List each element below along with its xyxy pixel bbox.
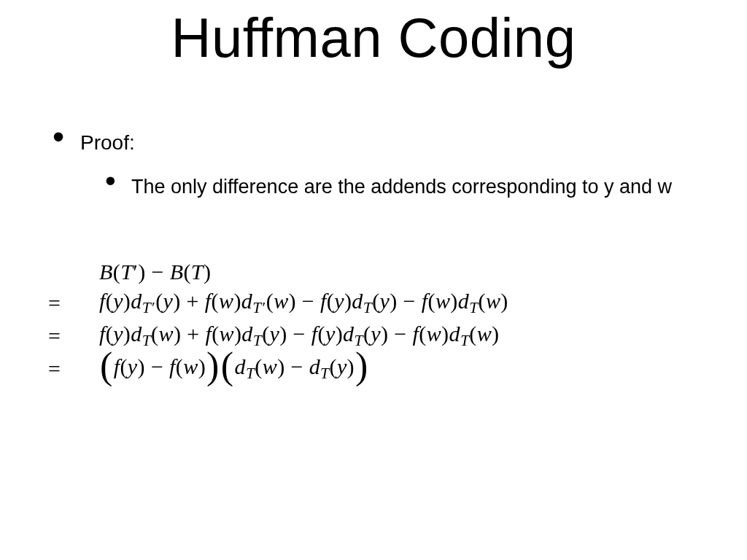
equation-line-2: = f(y)dT′(y) + f(w)dT′(w) − f(y)dT(y) − … (44, 289, 721, 317)
equation-line-3: = f(y)dT(w) + f(w)dT(y) − f(y)dT(y) − f(… (44, 322, 721, 350)
eq-lhs-2: = (48, 291, 61, 315)
eq-expr-1: B(T′) − B(T) (99, 260, 211, 284)
bullet-detail: The only difference are the addends corr… (105, 174, 703, 200)
equation-block: B(T′) − B(T) = f(y)dT′(y) + f(w)dT′(w) −… (44, 260, 721, 387)
eq-lhs-4: = (48, 357, 61, 381)
equation-line-4: = (f(y) − f(w))(dT(w) − dT(y)) (44, 354, 721, 383)
slide: Huffman Coding Proof: The only differenc… (0, 0, 747, 560)
slide-title: Huffman Coding (0, 6, 747, 69)
eq-expr-2: f(y)dT′(y) + f(w)dT′(w) − f(y)dT(y) − f(… (99, 289, 508, 317)
bullet-proof: Proof: The only difference are the adden… (53, 130, 703, 200)
bullet-detail-text: The only difference are the addends corr… (131, 176, 672, 198)
slide-body: Proof: The only difference are the adden… (53, 130, 703, 200)
equation-line-1: B(T′) − B(T) (44, 260, 721, 284)
eq-expr-3: f(y)dT(w) + f(w)dT(y) − f(y)dT(y) − f(w)… (99, 322, 500, 350)
bullet-proof-text: Proof: (80, 131, 135, 154)
bullet-list-outer: Proof: The only difference are the adden… (53, 130, 703, 200)
bullet-list-inner: The only difference are the addends corr… (80, 174, 703, 200)
eq-expr-4: (f(y) − f(w))(dT(w) − dT(y)) (99, 354, 369, 383)
eq-lhs-3: = (48, 324, 61, 348)
